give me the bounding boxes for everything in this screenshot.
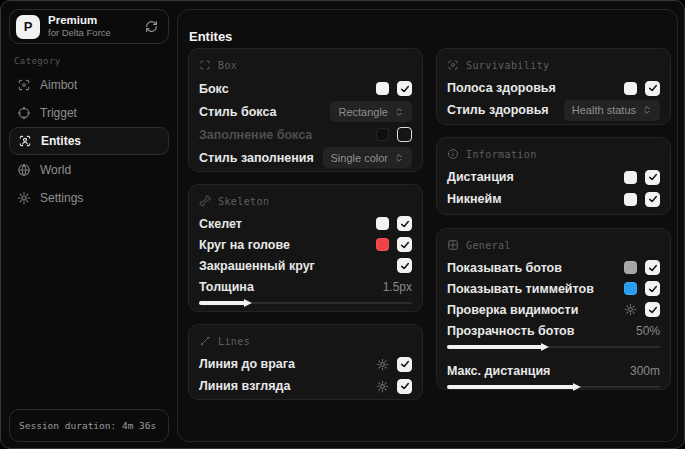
sidebar-item-settings[interactable]: Settings	[9, 184, 169, 212]
line-settings-gear-icon[interactable]	[376, 380, 389, 393]
focus-icon	[447, 59, 459, 71]
row-controls	[397, 258, 412, 273]
setting-row: Бокс	[199, 77, 412, 100]
color-swatch[interactable]	[624, 193, 637, 206]
brand-text: Premium for Delta Force	[48, 14, 145, 38]
checkbox[interactable]	[397, 237, 412, 252]
setting-row: Показывать тиммейтов	[447, 278, 660, 299]
setting-label: Показывать тиммейтов	[447, 282, 594, 296]
sidebar-item-world[interactable]: World	[9, 156, 169, 184]
checkbox[interactable]	[397, 258, 412, 273]
panel-survivability: Survivability Полоса здоровья Стиль здор…	[436, 48, 671, 125]
panel-general-header: General	[447, 238, 660, 252]
fill-style-dropdown[interactable]: Single color	[323, 147, 412, 168]
brand-card: P Premium for Delta Force	[9, 9, 169, 44]
row-controls	[624, 302, 660, 317]
checkbox[interactable]	[397, 357, 412, 372]
check-icon	[400, 359, 410, 369]
row-controls	[376, 127, 412, 142]
setting-label: Полоса здоровья	[447, 81, 556, 95]
setting-label: Круг на голове	[199, 238, 290, 252]
color-swatch[interactable]	[376, 128, 389, 141]
chevrons-up-down-icon	[394, 153, 404, 163]
globe-icon	[17, 163, 31, 177]
color-swatch[interactable]	[624, 171, 637, 184]
sidebar-item-label: Trigget	[40, 106, 77, 120]
setting-label: Стиль бокса	[199, 105, 276, 119]
sidebar-item-trigget[interactable]: Trigget	[9, 99, 169, 127]
check-icon	[400, 240, 410, 250]
visibility-settings-gear-icon[interactable]	[624, 303, 637, 316]
slider-thumb[interactable]	[244, 299, 252, 307]
color-swatch[interactable]	[624, 261, 637, 274]
dropdown-value: Single color	[331, 152, 388, 164]
setting-row: Макс. дистанция 300m	[447, 360, 660, 381]
row-controls	[376, 216, 412, 231]
box-style-dropdown[interactable]: Rectangle	[330, 101, 412, 122]
setting-label: Толщина	[199, 280, 254, 294]
setting-row: Стиль заполнения Single color	[199, 146, 412, 169]
thickness-slider[interactable]	[199, 298, 412, 308]
setting-label: Показывать ботов	[447, 261, 562, 275]
setting-row: Линия до врага	[199, 353, 412, 375]
setting-label: Скелет	[199, 217, 242, 231]
health-style-dropdown[interactable]: Health status	[564, 100, 660, 121]
panel-title: Box	[218, 60, 237, 71]
line-settings-gear-icon[interactable]	[376, 358, 389, 371]
setting-row: Никнейм	[447, 188, 660, 210]
setting-row: Дистанция	[447, 166, 660, 188]
sync-icon[interactable]	[145, 20, 158, 33]
slider-thumb[interactable]	[541, 343, 549, 351]
color-swatch[interactable]	[624, 82, 637, 95]
bot-opacity-slider[interactable]	[447, 342, 660, 352]
setting-label: Дистанция	[447, 170, 514, 184]
panel-title: Survivability	[466, 60, 549, 71]
row-controls	[624, 260, 660, 275]
setting-label: Стиль здоровья	[447, 103, 549, 117]
setting-row: Стиль бокса Rectangle	[199, 100, 412, 123]
setting-label: Бокс	[199, 82, 229, 96]
app-window: P Premium for Delta Force Category Aimbo…	[0, 0, 685, 449]
aimbot-icon	[17, 78, 31, 92]
grid-icon	[447, 239, 459, 251]
panel-lines: Lines Линия до врага Линия взгляда	[188, 324, 423, 400]
person-scan-icon	[18, 134, 32, 148]
session-card: Session duration: 4m 36s	[9, 409, 169, 442]
slider-thumb[interactable]	[573, 383, 581, 391]
setting-label: Линия взгляда	[199, 379, 290, 393]
max-distance-slider[interactable]	[447, 382, 660, 392]
brand-subtitle: for Delta Force	[48, 28, 145, 39]
checkbox[interactable]	[645, 302, 660, 317]
row-controls	[624, 192, 660, 207]
check-icon	[648, 263, 658, 273]
session-duration: Session duration: 4m 36s	[19, 420, 156, 431]
color-swatch[interactable]	[376, 82, 389, 95]
row-controls	[376, 81, 412, 96]
setting-row: Заполнение бокса	[199, 123, 412, 146]
row-controls	[376, 357, 412, 372]
check-icon	[648, 194, 658, 204]
checkbox[interactable]	[645, 260, 660, 275]
dropdown-value: Health status	[572, 104, 636, 116]
color-swatch[interactable]	[376, 217, 389, 230]
check-icon	[400, 219, 410, 229]
color-swatch[interactable]	[624, 282, 637, 295]
gear-icon	[17, 191, 31, 205]
checkbox[interactable]	[645, 192, 660, 207]
checkbox[interactable]	[645, 81, 660, 96]
setting-value: 50%	[636, 324, 660, 338]
row-controls	[376, 237, 412, 252]
page-title: Entites	[189, 29, 232, 44]
checkbox[interactable]	[645, 281, 660, 296]
sidebar-item-entites[interactable]: Entites	[9, 127, 169, 155]
checkbox[interactable]	[397, 127, 412, 142]
checkbox[interactable]	[397, 379, 412, 394]
panel-title: General	[466, 240, 511, 251]
checkbox[interactable]	[397, 216, 412, 231]
checkbox[interactable]	[645, 170, 660, 185]
panel-general: General Показывать ботов Показывать тимм…	[436, 228, 671, 390]
color-swatch[interactable]	[376, 238, 389, 251]
checkbox[interactable]	[397, 81, 412, 96]
setting-row: Закрашенный круг	[199, 255, 412, 276]
sidebar-item-aimbot[interactable]: Aimbot	[9, 71, 169, 99]
